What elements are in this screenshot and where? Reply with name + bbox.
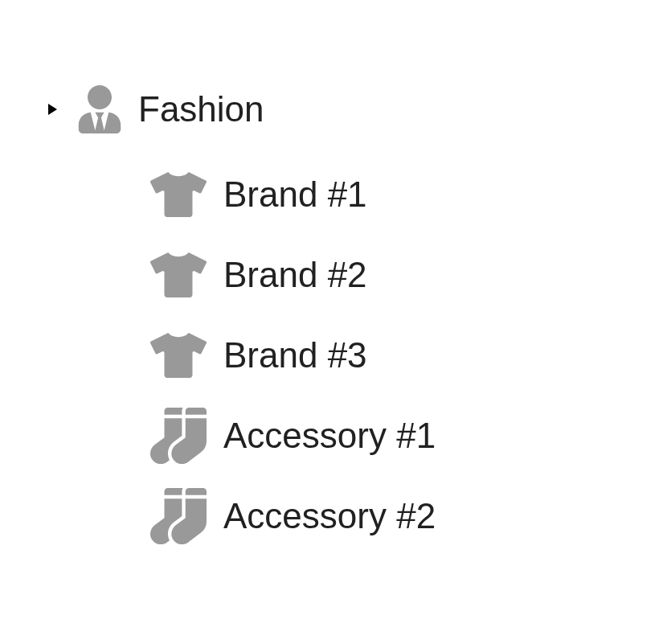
tshirt-icon [145, 166, 212, 223]
tree-item-brand-2[interactable]: Brand #2 [145, 235, 667, 315]
tree-item-label: Accessory #2 [223, 496, 436, 536]
tree-children: Brand #1 Brand #2 Brand #3 Accessory #1 [145, 154, 667, 556]
tree-item-label: Brand #3 [223, 335, 367, 375]
socks-icon [145, 408, 212, 464]
tree-item-label: Brand #2 [223, 255, 367, 295]
tree-item-accessory-2[interactable]: Accessory #2 [145, 476, 667, 556]
tree-item-label: Fashion [138, 89, 264, 129]
tree-item-label: Brand #1 [223, 174, 367, 215]
tree-item-label: Accessory #1 [223, 416, 436, 456]
tree-item-brand-1[interactable]: Brand #1 [145, 154, 667, 235]
tshirt-icon [145, 327, 212, 384]
tree-item-accessory-1[interactable]: Accessory #1 [145, 396, 667, 476]
user-tie-icon [71, 85, 129, 133]
expand-arrow-icon[interactable] [32, 100, 71, 119]
tree-item-fashion[interactable]: Fashion [32, 80, 667, 138]
socks-icon [145, 488, 212, 544]
category-tree: Fashion Brand #1 Brand #2 Brand #3 Acc [32, 80, 667, 556]
tshirt-icon [145, 247, 212, 303]
tree-item-brand-3[interactable]: Brand #3 [145, 315, 667, 396]
